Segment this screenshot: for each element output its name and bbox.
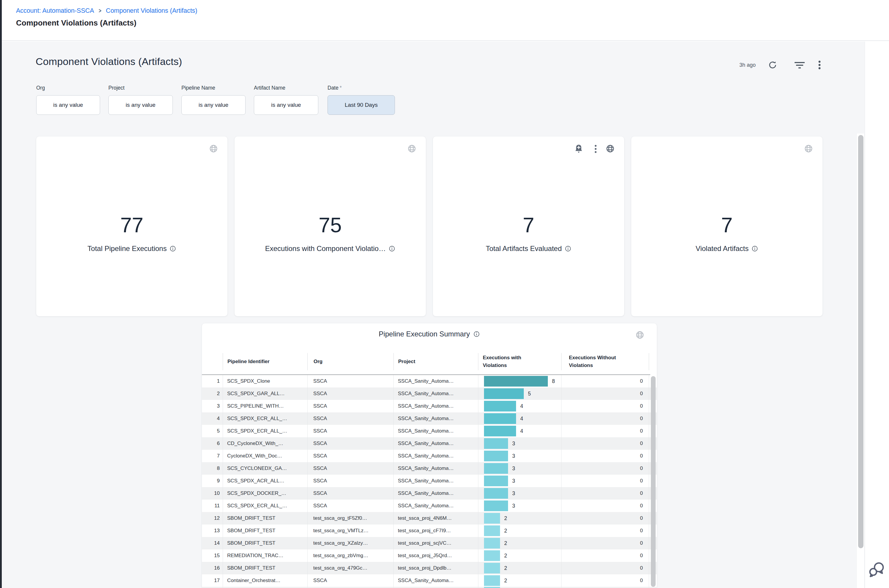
kpi-card-violated-artifacts: 7 Violated Artifacts bbox=[631, 136, 823, 316]
globe-icon[interactable] bbox=[209, 144, 218, 153]
cell-project: SSCA_Sanity_Automa… bbox=[398, 400, 454, 412]
filter-pipeline-name-label: Pipeline Name bbox=[181, 85, 245, 91]
cell-project: SSCA_Sanity_Automa… bbox=[398, 475, 454, 487]
info-icon[interactable] bbox=[389, 245, 395, 252]
cell-executions-with-violations: 2 bbox=[504, 525, 507, 537]
cell-pipeline-identifier: SCS_SPDX_Clone bbox=[227, 375, 270, 387]
collapsed-nav-strip bbox=[0, 0, 2, 588]
cell-pipeline-identifier: SCS_PIPELINE_WITH… bbox=[227, 400, 284, 412]
filter-pipeline-name-chip[interactable]: is any value bbox=[181, 95, 245, 115]
table-row: 14 SBOM_DRIFT_TEST test_ssca_org_XZalzy…… bbox=[202, 537, 657, 549]
cell-executions-with-violations: 8 bbox=[552, 375, 555, 387]
filter-artifact-name-chip[interactable]: is any value bbox=[254, 95, 318, 115]
row-index: 17 bbox=[202, 574, 220, 587]
cell-executions-with-violations: 2 bbox=[504, 562, 507, 574]
table-row: 8 SCS_CYCLONEDX_GA… SSCA SSCA_Sanity_Aut… bbox=[202, 462, 657, 475]
table-row: 2 SCS_SPDX_GAR_ALL… SSCA SSCA_Sanity_Aut… bbox=[202, 387, 657, 400]
page-scrollbar-thumb[interactable] bbox=[858, 135, 863, 548]
table-row-partial bbox=[202, 587, 657, 588]
bell-plus-icon[interactable] bbox=[574, 144, 583, 154]
refresh-button[interactable] bbox=[768, 60, 777, 70]
column-header-project[interactable]: Project bbox=[393, 353, 478, 370]
table-header-row: Pipeline Identifier Org Project Executio… bbox=[202, 353, 650, 374]
row-index: 1 bbox=[202, 375, 220, 387]
filter-org-chip[interactable]: is any value bbox=[36, 95, 100, 115]
cell-pipeline-identifier: SCS_SPDX_GAR_ALL… bbox=[227, 387, 285, 400]
column-header-executions-with-violations[interactable]: Executions with Violations bbox=[478, 353, 537, 370]
kpi-label: Total Artifacts Evaluated bbox=[486, 244, 562, 253]
cell-executions-without-violations: 0 bbox=[561, 375, 646, 387]
cell-project: SSCA_Sanity_Automa… bbox=[398, 387, 454, 400]
cell-org: SSCA bbox=[313, 450, 327, 462]
column-header-pipeline-identifier[interactable]: Pipeline Identifier bbox=[223, 353, 307, 370]
cell-pipeline-identifier: REMEDIATION_TRAC… bbox=[227, 549, 284, 562]
row-index: 12 bbox=[202, 512, 220, 525]
cell-project: test_ssca_proj_cF7I9… bbox=[398, 525, 451, 537]
cell-org: SSCA bbox=[313, 412, 327, 425]
dashboard-menu-button[interactable] bbox=[818, 60, 821, 70]
info-icon[interactable] bbox=[473, 331, 480, 338]
cell-project: SSCA_Sanity_Automa… bbox=[398, 425, 454, 437]
breadcrumb-page-link[interactable]: Component Violations (Artifacts) bbox=[106, 7, 197, 15]
table-title: Pipeline Execution Summary bbox=[379, 330, 470, 338]
cell-org: test_ssca_org_zbVmg… bbox=[313, 549, 368, 562]
cell-project: test_ssca_proj_Dpdlb… bbox=[398, 562, 451, 574]
globe-icon[interactable] bbox=[408, 144, 416, 153]
row-index: 9 bbox=[202, 475, 220, 487]
cell-org: test_ssca_org_tF5Zf0… bbox=[313, 512, 367, 525]
kpi-value: 7 bbox=[721, 215, 733, 236]
table-row: 17 Container_Orchestrat… SSCA SSCA_Sanit… bbox=[202, 574, 657, 587]
filter-date: Date* Last 90 Days bbox=[328, 85, 395, 115]
filters-button[interactable] bbox=[794, 61, 805, 69]
globe-icon[interactable] bbox=[804, 144, 813, 153]
violations-bar bbox=[484, 488, 508, 499]
table-scrollbar-thumb[interactable] bbox=[651, 376, 656, 587]
cell-executions-with-violations: 2 bbox=[504, 512, 507, 525]
violations-bar bbox=[484, 501, 508, 511]
violations-bar bbox=[484, 513, 500, 524]
violations-bar bbox=[484, 563, 500, 573]
cell-pipeline-identifier: SBOM_DRIFT_TEST bbox=[227, 537, 275, 549]
row-index: 8 bbox=[202, 462, 220, 475]
filter-project-chip[interactable]: is any value bbox=[108, 95, 173, 115]
info-icon[interactable] bbox=[752, 245, 758, 252]
cell-org: SSCA bbox=[313, 462, 327, 475]
cell-executions-with-violations: 3 bbox=[512, 475, 515, 487]
cell-org: SSCA bbox=[313, 437, 327, 450]
column-header-org[interactable]: Org bbox=[307, 353, 393, 370]
cell-org: SSCA bbox=[313, 475, 327, 487]
table-row: 9 SCS_SPDX_ACR_ALL… SSCA SSCA_Sanity_Aut… bbox=[202, 475, 657, 487]
cell-org: SSCA bbox=[313, 375, 327, 387]
globe-icon[interactable] bbox=[606, 144, 615, 153]
violations-bar bbox=[484, 376, 548, 387]
table-row: 10 SCS_SPDX_DOCKER_… SSCA SSCA_Sanity_Au… bbox=[202, 487, 657, 500]
chat-support-button[interactable] bbox=[868, 560, 886, 579]
cell-project: test_ssca_proj_J5Qrd… bbox=[398, 549, 452, 562]
refresh-icon bbox=[768, 60, 777, 70]
page-scrollbar-track[interactable] bbox=[856, 134, 865, 588]
cell-project: SSCA_Sanity_Automa… bbox=[398, 450, 454, 462]
header-divider bbox=[649, 353, 649, 370]
cell-executions-without-violations: 0 bbox=[561, 412, 646, 425]
cell-project: SSCA_Sanity_Automa… bbox=[398, 412, 454, 425]
info-icon[interactable] bbox=[170, 245, 176, 252]
cell-pipeline-identifier: SCS_SPDX_ACR_ALL… bbox=[227, 475, 284, 487]
violations-bar bbox=[484, 476, 508, 486]
table-row: 13 SBOM_DRIFT_TEST test_ssca_org_VMTLz… … bbox=[202, 525, 657, 537]
column-header-executions-without-violations[interactable]: Executions Without Violations bbox=[561, 353, 629, 370]
last-refreshed-label: 3h ago bbox=[719, 62, 756, 68]
tile-kebab-icon[interactable] bbox=[594, 144, 597, 153]
filter-date-chip[interactable]: Last 90 Days bbox=[328, 95, 395, 115]
filter-icon bbox=[794, 61, 805, 69]
cell-executions-without-violations: 0 bbox=[561, 475, 646, 487]
violations-bar bbox=[484, 426, 516, 436]
row-index: 13 bbox=[202, 525, 220, 537]
cell-project: SSCA_Sanity_Automa… bbox=[398, 500, 454, 512]
breadcrumb-account-link[interactable]: Account: Automation-SSCA bbox=[16, 7, 94, 15]
cell-org: SSCA bbox=[313, 574, 327, 587]
info-icon[interactable] bbox=[565, 245, 571, 252]
globe-icon[interactable] bbox=[635, 330, 644, 339]
cell-org: SSCA bbox=[313, 500, 327, 512]
cell-org: test_ssca_org_XZalzy… bbox=[313, 537, 368, 549]
cell-pipeline-identifier: CycloneDX_With_Doc… bbox=[227, 450, 282, 462]
